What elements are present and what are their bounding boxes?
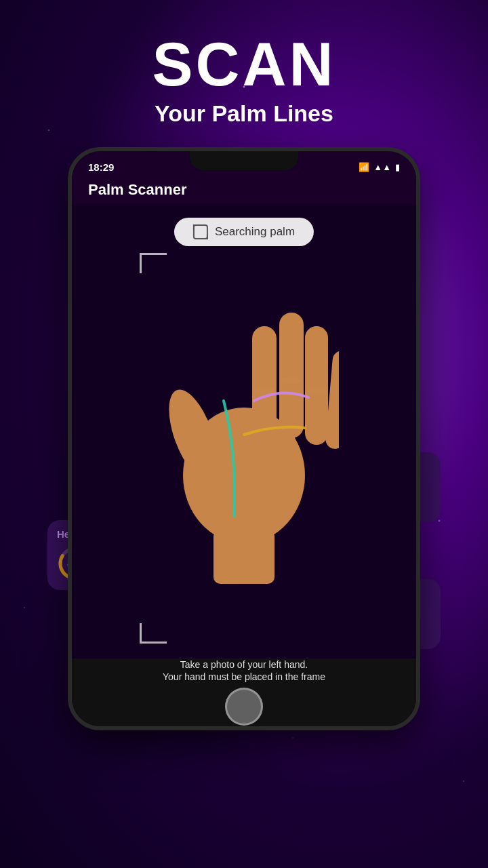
scan-frame-icon: [193, 224, 208, 239]
hand-svg: [149, 245, 339, 584]
svg-rect-10: [279, 313, 304, 438]
battery-icon: ▮: [395, 162, 400, 172]
title-section: SCAN Your Palm Lines: [152, 0, 336, 127]
camera-area: Searching palm: [72, 204, 416, 698]
status-time: 18:29: [88, 161, 114, 173]
phone-mockup: 18:29 📶 ▲▲ ▮ Palm Scanner Searching palm: [68, 147, 420, 730]
phone-screen: 18:29 📶 ▲▲ ▮ Palm Scanner Searching palm: [72, 151, 416, 726]
main-content: SCAN Your Palm Lines Head Line 83% 👰: [0, 0, 488, 868]
app-header: Palm Scanner: [72, 176, 416, 204]
phone-notch: [190, 151, 298, 170]
svg-rect-9: [252, 326, 277, 441]
bottom-text-line2: Your hand must be placed in the frame: [163, 671, 325, 682]
subtitle: Your Palm Lines: [152, 100, 336, 127]
svg-point-13: [254, 387, 274, 394]
main-title: SCAN: [152, 34, 336, 95]
phone-bottom: Take a photo of your left hand. Your han…: [72, 658, 416, 726]
svg-point-15: [307, 387, 326, 394]
svg-rect-7: [214, 530, 274, 584]
svg-point-14: [281, 377, 302, 384]
bottom-text-line1: Take a photo of your left hand.: [180, 659, 308, 670]
signal-icon: ▲▲: [373, 162, 391, 172]
phone-wrapper: Head Line 83% 👰 Heart Line: [68, 147, 420, 730]
shutter-button[interactable]: [225, 688, 263, 726]
scan-indicator: Searching palm: [174, 218, 314, 246]
hand-image: [149, 245, 339, 584]
corner-bracket-bottom-left: [140, 623, 167, 644]
scan-text: Searching palm: [215, 225, 295, 239]
wifi-icon: 📶: [359, 162, 369, 172]
svg-rect-11: [305, 326, 328, 445]
status-icons: 📶 ▲▲ ▮: [359, 162, 400, 172]
